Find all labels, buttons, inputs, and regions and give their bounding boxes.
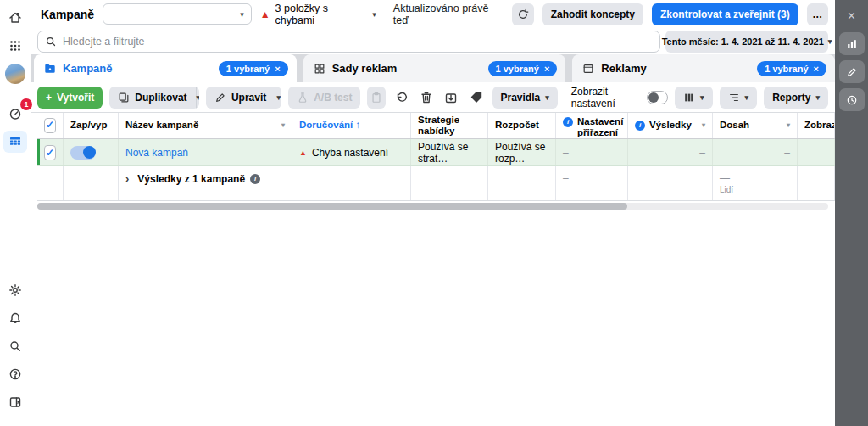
- header-reach[interactable]: Dosah ▾: [713, 113, 798, 138]
- header-budget[interactable]: Rozpočet: [488, 113, 556, 138]
- export-button[interactable]: [442, 87, 460, 109]
- rules-button[interactable]: Pravidla ▾: [492, 87, 558, 109]
- settings-gear-icon[interactable]: [3, 279, 27, 301]
- results-cell: –: [628, 139, 713, 165]
- header-impressions[interactable]: Zobrazení: [798, 113, 835, 138]
- charts-icon[interactable]: [839, 32, 865, 55]
- header-label: Nastavení přiřazení: [577, 116, 623, 138]
- scrollbar-track[interactable]: [37, 203, 828, 210]
- summary-empty-cell: [488, 166, 556, 200]
- ab-test-button: A/B test: [288, 87, 360, 109]
- undo-button[interactable]: [392, 87, 410, 109]
- edit-button[interactable]: Upravit: [206, 87, 275, 109]
- attribution-cell: –: [556, 139, 628, 165]
- clipboard-button: [367, 87, 385, 109]
- search-icon: [45, 36, 57, 48]
- more-options-button[interactable]: …: [807, 3, 828, 25]
- columns-button[interactable]: ▾: [675, 87, 713, 109]
- scrollbar-thumb[interactable]: [37, 203, 627, 210]
- chevron-down-icon: ▾: [745, 93, 749, 102]
- sort-up-icon: ↑: [355, 120, 360, 131]
- breakdown-icon: [728, 92, 740, 104]
- header-campaign-name[interactable]: Název kampaně ▾: [119, 113, 292, 138]
- close-icon[interactable]: ×: [814, 64, 819, 74]
- left-nav-rail: 1: [0, 0, 31, 426]
- tag-icon: [470, 91, 483, 104]
- close-icon[interactable]: ×: [275, 64, 280, 74]
- duplicate-button[interactable]: Duplikovat: [109, 87, 196, 109]
- show-settings-toggle[interactable]: [647, 91, 668, 104]
- search-filter-box[interactable]: [37, 31, 660, 53]
- select-all-checkbox-cell: ✓: [37, 113, 64, 138]
- tab-ad-sets-label: Sady reklam: [332, 62, 398, 75]
- discard-drafts-button[interactable]: Zahodit koncepty: [542, 3, 643, 25]
- publish-button[interactable]: Zkontrolovat a zveřejnit (3): [652, 3, 798, 25]
- tab-ads-selected-badge[interactable]: 1 vybraný ×: [757, 61, 826, 76]
- header-toggle[interactable]: Zap/vyp: [64, 113, 119, 138]
- row-checkbox[interactable]: ✓: [44, 145, 56, 160]
- create-button[interactable]: + Vytvořit: [37, 87, 103, 109]
- date-range-dropdown[interactable]: Tento měsíc: 1. 4. 2021 až 11. 4. 2021 ▾: [665, 31, 828, 53]
- ads-health-gauge-icon[interactable]: 1: [3, 103, 27, 125]
- main-area: Kampaně ▾ ▲ 3 položky s chybami ▾ Aktual…: [31, 0, 835, 426]
- chevron-down-icon: ▾: [240, 10, 244, 19]
- home-icon[interactable]: [3, 7, 27, 29]
- chevron-right-icon[interactable]: ›: [125, 172, 129, 185]
- info-icon[interactable]: i: [250, 174, 260, 184]
- summary-row: › Výsledky z 1 kampaně i – — Lidí: [37, 166, 835, 201]
- level-tabs: Kampaně 1 vybraný × Sady reklam 1 vybran…: [31, 54, 835, 82]
- row-toggle-cell: [64, 139, 119, 165]
- info-icon[interactable]: i: [563, 117, 573, 127]
- chevron-down-icon: ▾: [276, 93, 281, 102]
- tab-campaigns[interactable]: Kampaně 1 vybraný ×: [34, 54, 297, 82]
- header-results[interactable]: i Výsledky ▾: [628, 113, 713, 138]
- breakdown-button[interactable]: ▾: [720, 87, 758, 109]
- refresh-button[interactable]: [512, 3, 533, 25]
- ab-test-label: A/B test: [314, 92, 352, 104]
- header-bid-strategy[interactable]: Strategie nabídky: [411, 113, 488, 138]
- delivery-status-cell: ▲ Chyba nastavení: [292, 139, 411, 165]
- header-delivery[interactable]: Doručování ↑: [292, 113, 411, 138]
- pencil-icon: [214, 92, 226, 104]
- history-clock-icon[interactable]: [839, 88, 865, 111]
- help-icon[interactable]: [3, 363, 27, 385]
- header-attribution[interactable]: i Nastavení přiřazení: [556, 113, 628, 138]
- tab-ad-sets-selected-badge[interactable]: 1 vybraný ×: [488, 61, 558, 76]
- tag-button[interactable]: [467, 87, 485, 109]
- tab-ads[interactable]: Reklamy 1 vybraný ×: [572, 54, 835, 82]
- header-label: Doručování: [299, 120, 353, 131]
- collapse-panel-icon[interactable]: [3, 391, 27, 413]
- table-row[interactable]: ✓ Nová kampaň ▲ Chyba nastavení Používá …: [37, 139, 835, 166]
- summary-results-cell: [628, 166, 713, 200]
- reports-button[interactable]: Reporty ▾: [764, 87, 828, 109]
- chevron-down-icon: ▾: [372, 10, 376, 19]
- info-icon[interactable]: i: [635, 121, 645, 131]
- close-icon[interactable]: ×: [835, 5, 868, 27]
- badge-label: 1 vybraný: [226, 64, 270, 74]
- summary-empty-cell: [292, 166, 411, 200]
- campaign-name-link[interactable]: Nová kampaň: [125, 147, 188, 159]
- edit-pencil-icon[interactable]: [839, 60, 865, 83]
- tab-campaigns-selected-badge[interactable]: 1 vybraný ×: [219, 61, 288, 76]
- select-all-checkbox[interactable]: ✓: [44, 118, 56, 133]
- chevron-down-icon[interactable]: ▾: [787, 121, 790, 129]
- apps-grid-icon[interactable]: [3, 35, 27, 57]
- duplicate-dropdown-button[interactable]: ▾: [197, 87, 199, 109]
- chevron-down-icon[interactable]: ▾: [281, 121, 285, 129]
- edit-dropdown-button[interactable]: ▾: [275, 87, 281, 109]
- profile-avatar[interactable]: [3, 63, 27, 85]
- top-action-bar: Kampaně ▾ ▲ 3 položky s chybami ▾ Aktual…: [31, 0, 835, 28]
- close-icon[interactable]: ×: [544, 64, 549, 74]
- search-input[interactable]: [63, 36, 653, 48]
- warning-icon: ▲: [299, 149, 307, 157]
- notifications-bell-icon[interactable]: [3, 307, 27, 329]
- campaign-selector-dropdown[interactable]: ▾: [103, 3, 252, 25]
- errors-dropdown[interactable]: ▲ 3 položky s chybami ▾: [260, 3, 376, 26]
- campaigns-table-icon[interactable]: [3, 131, 27, 153]
- search-icon[interactable]: [3, 335, 27, 357]
- chevron-down-icon[interactable]: ▾: [702, 121, 705, 129]
- campaign-active-toggle[interactable]: [70, 146, 96, 160]
- delete-button[interactable]: [417, 87, 435, 109]
- summary-label-cell: › Výsledky z 1 kampaně i: [119, 166, 292, 200]
- tab-ad-sets[interactable]: Sady reklam 1 vybraný ×: [303, 54, 566, 82]
